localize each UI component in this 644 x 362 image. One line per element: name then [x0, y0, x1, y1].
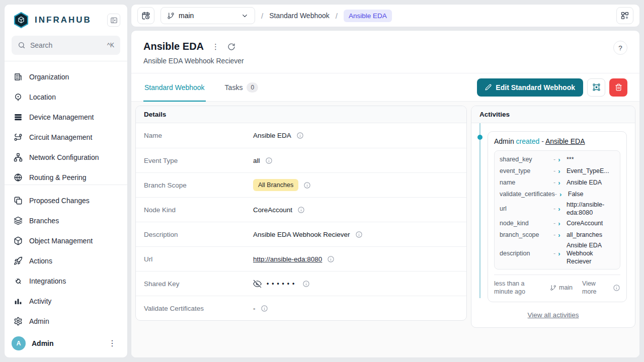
help-button[interactable]: ? [613, 41, 627, 55]
git-branch-icon [167, 12, 175, 20]
delete-button[interactable] [609, 78, 627, 97]
user-menu-kebab-icon[interactable]: ⋮ [105, 337, 119, 349]
manage-groups-button[interactable] [587, 78, 605, 97]
property-row: event_type -› Event_TypeE... [500, 166, 615, 176]
search-input[interactable] [30, 41, 103, 49]
chevron-right-icon: › [559, 191, 561, 198]
sidebar-item-label: Actions [29, 257, 52, 265]
sidebar-item-label: Circuit Management [29, 133, 92, 141]
edit-standard-webhook-button[interactable]: Edit Standard Webhook [477, 78, 583, 97]
view-more-link[interactable]: View more [582, 280, 603, 296]
page-title: Ansible EDA [143, 41, 204, 52]
sidebar-item-actions[interactable]: Actions [5, 251, 127, 271]
logo-row: INFRAHUB [5, 5, 127, 34]
property-row: node_kind -› CoreAccount [500, 218, 615, 228]
detail-row-description: Description Ansible EDA Webhook Reciever [136, 222, 466, 246]
rocket-icon [14, 256, 23, 265]
sidebar-item-label: Network Configuration [29, 153, 99, 161]
sidebar-item-admin[interactable]: Admin [5, 311, 127, 331]
content-card: Ansible EDA ⋮ Ansible EDA Webhook Reciev… [131, 30, 640, 358]
detail-row-node-kind: Node Kind CoreAccount [136, 197, 466, 222]
gear-icon [14, 317, 23, 326]
refresh-button[interactable] [227, 43, 235, 51]
details-panel-title: Details [136, 106, 466, 123]
sidebar-item-location[interactable]: Location [5, 87, 127, 107]
timeline-line [479, 123, 480, 298]
detail-row-branch-scope: Branch Scope All Branches [136, 172, 466, 197]
dash: - [553, 179, 555, 186]
breadcrumb-separator: / [261, 12, 263, 20]
sidebar-item-circuit-management[interactable]: Circuit Management [5, 127, 127, 147]
schema-visualizer-button[interactable] [616, 7, 633, 24]
sidebar-item-activity[interactable]: Activity [5, 291, 127, 311]
tabs-row: Standard Webhook Tasks 0 Edit Standard W… [131, 73, 639, 102]
dash: - [553, 167, 555, 174]
search-box[interactable]: ^K [12, 36, 120, 55]
user-name: Admin [32, 339, 99, 347]
property-row: description -› Ansible EDA Webhook Recie… [500, 241, 615, 265]
shared-key-masked-value: •••••• [267, 280, 297, 287]
sidebar-item-integrations[interactable]: Integrations [5, 271, 127, 291]
chevron-right-icon: › [558, 231, 560, 239]
detail-row-shared-key: Shared Key •••••• [136, 271, 466, 296]
calendar-clock-icon [141, 11, 150, 20]
sidebar-item-label: Branches [29, 217, 59, 225]
branch-selector[interactable]: main [160, 7, 255, 24]
property-row: validate_certificates -› False [500, 189, 615, 199]
url-link[interactable]: http://ansible-eda:8080 [253, 255, 322, 263]
sidebar-item-device-management[interactable]: Device Management [5, 107, 127, 127]
time-travel-button[interactable] [137, 7, 154, 24]
bar-chart-icon [14, 297, 23, 306]
info-icon[interactable] [297, 206, 305, 214]
location-icon [14, 93, 23, 102]
sidebar-item-routing-peering[interactable]: Routing & Peering [5, 167, 127, 185]
breadcrumb-item-current[interactable]: Ansible EDA [344, 10, 392, 22]
eye-off-icon[interactable] [253, 280, 262, 288]
sidebar: INFRAHUB ^K Organization Location Device… [4, 4, 128, 358]
tab-label: Tasks [225, 83, 243, 92]
activity-target-link[interactable]: Ansible EDA [545, 137, 585, 145]
breadcrumb-item-schema[interactable]: Standard Webhook [269, 12, 330, 20]
chevron-right-icon: › [558, 250, 560, 257]
info-icon[interactable] [261, 305, 268, 312]
sidebar-item-proposed-changes[interactable]: Proposed Changes [5, 191, 127, 211]
sidebar-item-object-management[interactable]: Object Management [5, 231, 127, 251]
sidebar-item-network-configuration[interactable]: Network Configuration [5, 147, 127, 167]
info-icon[interactable] [355, 231, 363, 238]
info-icon[interactable] [302, 280, 310, 288]
property-row: shared_key -› *** [500, 154, 615, 164]
sidebar-item-label: Organization [29, 73, 69, 81]
layers-icon [14, 216, 23, 225]
tab-count-badge: 0 [247, 82, 258, 93]
chevron-down-icon [241, 12, 249, 20]
timeline-dot [477, 135, 482, 140]
sidebar-item-organization[interactable]: Organization [5, 67, 127, 87]
activity-title: Admin created - Ansible EDA [494, 137, 620, 145]
group-select-icon [592, 83, 601, 92]
tab-standard-webhook[interactable]: Standard Webhook [143, 73, 206, 102]
chevron-right-icon: › [558, 179, 560, 187]
panel-collapse-icon [110, 17, 118, 24]
sidebar-item-branches[interactable]: Branches [5, 211, 127, 231]
property-row: url -› http://ansible-eda:8080 [500, 201, 615, 217]
dash: - [553, 156, 555, 163]
title-kebab-icon[interactable]: ⋮ [212, 42, 219, 51]
detail-value-name: Ansible EDA [253, 132, 291, 139]
detail-value-node-kind: CoreAccount [253, 206, 292, 214]
property-row: name -› Ansible EDA [500, 177, 615, 188]
info-icon[interactable] [265, 157, 273, 164]
detail-row-name: Name Ansible EDA [136, 123, 466, 148]
sidebar-collapse-button[interactable] [107, 14, 120, 27]
info-icon[interactable] [296, 132, 304, 139]
view-all-activities-link[interactable]: View all activities [528, 311, 579, 319]
sidebar-item-label: Integrations [29, 277, 66, 285]
details-panel: Details Name Ansible EDA Event Type all [135, 106, 467, 321]
branch-selected-value: main [179, 12, 194, 20]
info-icon[interactable] [327, 255, 335, 263]
info-icon[interactable] [613, 284, 620, 292]
info-icon[interactable] [303, 182, 311, 189]
user-row[interactable]: A Admin ⋮ [5, 331, 127, 357]
git-branch-icon [550, 285, 556, 291]
tab-tasks[interactable]: Tasks 0 [224, 73, 259, 102]
dash: - [553, 250, 555, 257]
